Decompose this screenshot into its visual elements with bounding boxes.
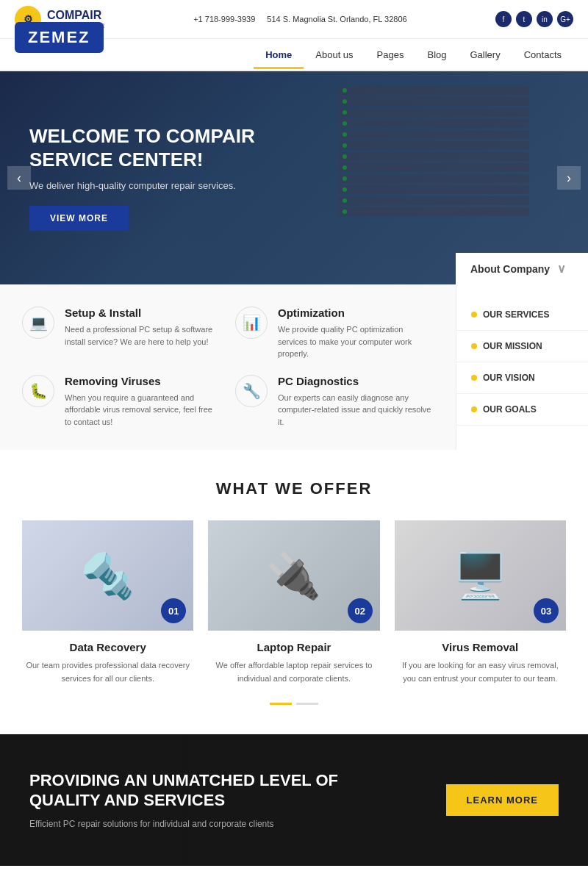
zemez-logo[interactable]: ZEMEZ [15, 22, 104, 53]
service-item-viruses: 🐛 Removing Viruses When you require a gu… [22, 375, 220, 429]
nav-item-about[interactable]: About us [304, 40, 365, 69]
about-sidebar: OUR SERVICES OUR MISSION OUR VISION OUR … [456, 284, 588, 450]
server-rack-decoration [338, 86, 529, 277]
viruses-icon: 🐛 [22, 375, 54, 407]
hero-cta-button[interactable]: VIEW MORE [29, 206, 129, 231]
facebook-icon[interactable]: f [495, 11, 512, 27]
offer-card-laptop-repair: 🔌 02 Laptop Repair We offer affordable l… [208, 520, 379, 685]
service-desc-viruses: When you require a guaranteed and afford… [65, 392, 220, 429]
about-dropdown-label: About Company [470, 263, 550, 275]
service-title-viruses: Removing Viruses [65, 375, 220, 387]
service-desc-optimization: We provide quality PC optimization servi… [278, 323, 434, 360]
sidebar-item-vision[interactable]: OUR VISION [456, 362, 588, 394]
service-title-diagnostics: PC Diagnostics [278, 375, 434, 387]
offer-desc-laptop-repair: We offer affordable laptop repair servic… [208, 659, 379, 685]
address: 514 S. Magnolia St. Orlando, FL 32806 [267, 15, 406, 24]
nav-item-pages[interactable]: Pages [365, 40, 416, 69]
social-icons: f t in G+ [495, 11, 573, 27]
sidebar-item-services[interactable]: OUR SERVICES [456, 299, 588, 331]
bullet-services [471, 312, 477, 318]
cta-left: PROVIDING AN UNMATCHED LEVEL OF QUALITY … [29, 771, 382, 829]
service-item-optimization: 📊 Optimization We provide quality PC opt… [235, 306, 434, 360]
cta-learn-more-button[interactable]: LEARN MORE [446, 784, 559, 816]
optimization-icon: 📊 [235, 306, 268, 339]
service-item-setup: 💻 Setup & Install Need a professional PC… [22, 306, 220, 360]
zemez-label: ZEMEZ [28, 28, 90, 46]
nav-item-contacts[interactable]: Contacts [512, 40, 573, 69]
hero-subtitle: We deliver high-quality computer repair … [29, 180, 279, 191]
nav-item-blog[interactable]: Blog [415, 40, 458, 69]
offer-title-virus-removal: Virus Removal [395, 641, 566, 653]
offer-pagination-dots [22, 703, 566, 705]
dot-2 [296, 703, 318, 705]
hero-section: WELCOME TO COMPAIR SERVICE CENTER! We de… [0, 71, 588, 284]
offer-grid: 🔩 01 Data Recovery Our team provides pro… [22, 520, 566, 685]
service-text-viruses: Removing Viruses When you require a guar… [65, 375, 220, 429]
service-desc-setup: Need a professional PC setup & software … [65, 323, 220, 348]
offer-num-2: 02 [348, 598, 373, 623]
offer-card-virus-removal: 🖥️ 03 Virus Removal If you are looking f… [395, 520, 566, 685]
bullet-vision [471, 375, 477, 381]
hero-next-button[interactable]: › [557, 166, 581, 190]
offer-title-laptop-repair: Laptop Repair [208, 641, 379, 653]
offer-section-title: WHAT WE OFFER [22, 479, 566, 498]
diagnostics-icon: 🔧 [235, 375, 268, 407]
offer-num-3: 03 [534, 598, 559, 623]
sidebar-item-goals[interactable]: OUR GOALS [456, 394, 588, 426]
google-plus-icon[interactable]: G+ [557, 11, 573, 27]
nav-items: Home About us Pages Blog Gallery Contact… [254, 40, 573, 69]
service-text-setup: Setup & Install Need a professional PC s… [65, 306, 220, 348]
service-text-diagnostics: PC Diagnostics Our experts can easily di… [278, 375, 434, 429]
hero-title: WELCOME TO COMPAIR SERVICE CENTER! [29, 125, 279, 171]
sidebar-item-mission[interactable]: OUR MISSION [456, 331, 588, 362]
offer-title-data-recovery: Data Recovery [22, 641, 193, 653]
service-title-optimization: Optimization [278, 306, 434, 319]
cta-title: PROVIDING AN UNMATCHED LEVEL OF QUALITY … [29, 771, 382, 810]
hero-content: WELCOME TO COMPAIR SERVICE CENTER! We de… [0, 125, 309, 230]
offer-img-data-recovery: 🔩 01 [22, 520, 193, 631]
dot-1 [270, 703, 292, 705]
nav-item-home[interactable]: Home [254, 40, 304, 69]
bullet-goals [471, 406, 477, 412]
contact-info: +1 718-999-3939 514 S. Magnolia St. Orla… [193, 15, 407, 24]
cta-subtitle: Efficient PC repair solutions for indivi… [29, 819, 382, 829]
offer-img-virus-removal: 🖥️ 03 [395, 520, 566, 631]
offer-desc-virus-removal: If you are looking for an easy virus rem… [395, 659, 566, 685]
offer-desc-data-recovery: Our team provides professional data reco… [22, 659, 193, 685]
offer-section: WHAT WE OFFER 🔩 01 Data Recovery Our tea… [0, 450, 588, 734]
nav-item-gallery[interactable]: Gallery [459, 40, 512, 69]
about-company-dropdown[interactable]: About Company ∨ [456, 253, 588, 284]
chevron-down-icon: ∨ [557, 262, 566, 276]
bullet-mission [471, 343, 477, 349]
service-item-diagnostics: 🔧 PC Diagnostics Our experts can easily … [235, 375, 434, 429]
offer-card-data-recovery: 🔩 01 Data Recovery Our team provides pro… [22, 520, 193, 685]
cta-section: PROVIDING AN UNMATCHED LEVEL OF QUALITY … [0, 734, 588, 866]
offer-img-laptop-repair: 🔌 02 [208, 520, 379, 631]
service-desc-diagnostics: Our experts can easily diagnose any comp… [278, 392, 434, 429]
company-name: COMPAIR [47, 9, 105, 22]
setup-icon: 💻 [22, 306, 54, 339]
pricing-section: PRICING PROFESSIONAL SERVICES & REASONAB… [0, 866, 588, 882]
instagram-icon[interactable]: in [537, 11, 553, 27]
hero-prev-button[interactable]: ‹ [7, 166, 31, 190]
service-text-optimization: Optimization We provide quality PC optim… [278, 306, 434, 360]
phone-number: +1 718-999-3939 [193, 15, 255, 24]
service-title-setup: Setup & Install [65, 306, 220, 319]
services-section: 💻 Setup & Install Need a professional PC… [0, 284, 588, 450]
twitter-icon[interactable]: t [516, 11, 532, 27]
services-grid: 💻 Setup & Install Need a professional PC… [0, 284, 456, 450]
